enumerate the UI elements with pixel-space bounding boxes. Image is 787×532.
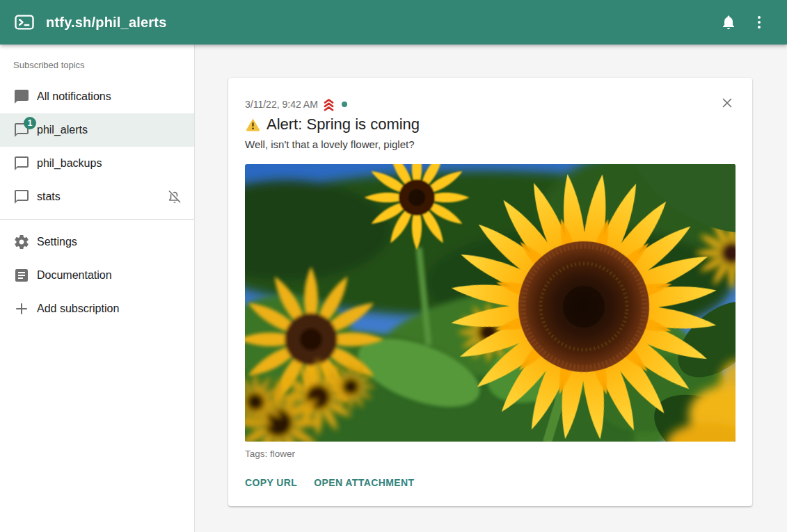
notification-timestamp: 3/11/22, 9:42 AM bbox=[245, 99, 318, 110]
kebab-menu-icon bbox=[751, 14, 768, 31]
chat-bubble-filled-icon bbox=[13, 88, 30, 105]
unread-count-badge: 1 bbox=[24, 117, 36, 129]
bell-icon bbox=[720, 14, 737, 31]
chat-bubble-outline-icon bbox=[13, 155, 30, 172]
sidebar-item-label: phil_alerts bbox=[37, 124, 88, 136]
notification-card: 3/11/22, 9:42 AM bbox=[228, 78, 752, 506]
sidebar-item-settings[interactable]: Settings bbox=[0, 225, 194, 259]
chat-bubble-outline-icon bbox=[13, 188, 30, 205]
sidebar-item-label: Add subscription bbox=[37, 303, 119, 315]
sidebar-item-label: stats bbox=[37, 191, 61, 203]
sidebar-item-stats[interactable]: stats bbox=[0, 180, 194, 213]
ntfy-app: ntfy.sh/phil_alerts Subscribed topics bbox=[0, 0, 787, 532]
sidebar-item-add-subscription[interactable]: Add subscription bbox=[0, 292, 194, 325]
sidebar: Subscribed topics All notifications 1 ph… bbox=[0, 45, 195, 532]
chat-bubble-outline-icon: 1 bbox=[13, 122, 30, 138]
main-content: 3/11/22, 9:42 AM bbox=[195, 45, 787, 532]
app-bar: ntfy.sh/phil_alerts bbox=[0, 0, 787, 45]
sidebar-item-label: Settings bbox=[37, 236, 77, 248]
subscribed-topics-label: Subscribed topics bbox=[0, 56, 194, 80]
priority-urgent-icon bbox=[321, 98, 336, 111]
sidebar-item-phil-alerts[interactable]: 1 phil_alerts bbox=[0, 113, 194, 147]
sidebar-item-label: All notifications bbox=[37, 90, 111, 103]
article-icon bbox=[13, 267, 30, 284]
sidebar-item-documentation[interactable]: Documentation bbox=[0, 259, 194, 292]
sidebar-item-all-notifications[interactable]: All notifications bbox=[0, 80, 194, 113]
unread-dot-icon bbox=[342, 102, 347, 107]
notification-title: Alert: Spring is coming bbox=[267, 115, 420, 134]
page-title: ntfy.sh/phil_alerts bbox=[46, 15, 166, 31]
notifications-off-icon bbox=[166, 188, 183, 205]
sidebar-divider bbox=[0, 219, 194, 220]
attachment-image-sunflowers[interactable] bbox=[245, 164, 736, 442]
sidebar-item-label: phil_backups bbox=[37, 157, 102, 170]
notifications-button[interactable] bbox=[712, 6, 745, 39]
gear-icon bbox=[13, 234, 30, 250]
sidebar-item-label: Documentation bbox=[37, 269, 112, 282]
overflow-menu-button[interactable] bbox=[745, 6, 773, 39]
plus-icon bbox=[13, 300, 30, 317]
open-attachment-button[interactable]: OPEN ATTACHMENT bbox=[314, 477, 414, 488]
notification-tags: Tags: flower bbox=[245, 449, 736, 459]
close-icon bbox=[720, 95, 735, 111]
sidebar-item-phil-backups[interactable]: phil_backups bbox=[0, 147, 194, 180]
warning-emoji-icon bbox=[245, 117, 261, 132]
close-notification-button[interactable] bbox=[719, 95, 736, 111]
notification-body: Well, isn't that a lovely flower, piglet… bbox=[245, 138, 736, 150]
terminal-logo-icon bbox=[14, 12, 35, 33]
copy-url-button[interactable]: COPY URL bbox=[245, 477, 297, 488]
